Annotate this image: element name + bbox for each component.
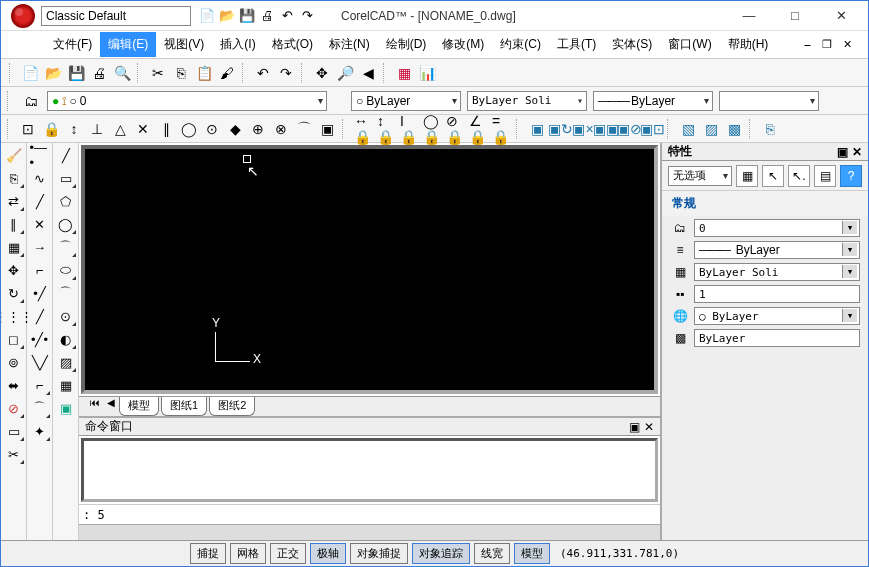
command-history[interactable] xyxy=(81,438,658,502)
circle2-icon[interactable]: ◯ xyxy=(56,214,76,234)
stretch-icon[interactable]: ⬌ xyxy=(4,375,24,395)
snap-center-icon[interactable]: ⊕ xyxy=(248,119,268,139)
zoom-icon[interactable]: 🔎 xyxy=(335,63,355,83)
status-otrack-button[interactable]: 对象追踪 xyxy=(412,543,470,564)
chamfer-icon[interactable]: ⌐ xyxy=(30,375,50,395)
status-snap-button[interactable]: 捕捉 xyxy=(190,543,226,564)
status-grid-button[interactable]: 网格 xyxy=(230,543,266,564)
pline-icon[interactable]: ⌐ xyxy=(30,260,50,280)
menu-help[interactable]: 帮助(H) xyxy=(720,32,777,57)
tab-prev-icon[interactable]: ◀ xyxy=(103,397,119,416)
snap-para-icon[interactable]: ∥ xyxy=(156,119,176,139)
properties-palette-icon[interactable]: ▦ xyxy=(394,63,414,83)
move2-icon[interactable]: ✥ xyxy=(4,260,24,280)
prop-style-value[interactable]: ByLayer Soli xyxy=(694,263,860,281)
open-icon[interactable]: 📂 xyxy=(219,8,235,24)
prop-linetype-value[interactable]: ——— ByLayer xyxy=(694,241,860,259)
hatch-icon[interactable]: ▨ xyxy=(56,352,76,372)
paste-icon[interactable]: 📋 xyxy=(194,63,214,83)
command-input[interactable]: : 5 xyxy=(79,504,660,524)
new-icon[interactable]: 📄 xyxy=(199,8,215,24)
tab-model[interactable]: 模型 xyxy=(119,397,159,416)
matchprops-icon[interactable]: 🖌 xyxy=(217,63,237,83)
dim-a-icon[interactable]: I🔒 xyxy=(399,119,419,139)
sel7-icon[interactable]: ▧ xyxy=(678,119,698,139)
rect-icon[interactable]: ▭ xyxy=(56,168,76,188)
prop-material-value[interactable]: ByLayer xyxy=(694,329,860,347)
status-osnap-button[interactable]: 对象捕捉 xyxy=(350,543,408,564)
xline-icon[interactable]: ✕ xyxy=(30,214,50,234)
design-center-icon[interactable]: 📊 xyxy=(417,63,437,83)
menu-format[interactable]: 格式(O) xyxy=(264,32,321,57)
line-icon[interactable]: ╱ xyxy=(56,145,76,165)
explode-icon[interactable]: ✦ xyxy=(30,421,50,441)
break-icon[interactable]: ✂ xyxy=(4,444,24,464)
offset-icon[interactable]: ∥ xyxy=(4,214,24,234)
join-icon[interactable]: ╲╱ xyxy=(30,352,50,372)
snap-perp-icon[interactable]: ⊥ xyxy=(87,119,107,139)
cut-icon[interactable]: ✂ xyxy=(148,63,168,83)
props-dock-icon[interactable]: ▣ xyxy=(837,145,848,159)
sel5-icon[interactable]: ▣⊘ xyxy=(619,119,639,139)
menu-modify[interactable]: 修改(M) xyxy=(434,32,492,57)
toggle-pal-icon[interactable]: ▤ xyxy=(814,165,836,187)
prop-layer-value[interactable]: 0 xyxy=(694,219,860,237)
props-close-icon[interactable]: ✕ xyxy=(852,145,862,159)
print-icon[interactable]: 🖨 xyxy=(259,8,275,24)
sel2-icon[interactable]: ▣↻ xyxy=(550,119,570,139)
dim-v-icon[interactable]: ↕🔒 xyxy=(376,119,396,139)
ray-icon[interactable]: → xyxy=(30,237,50,257)
region-icon[interactable]: ◐ xyxy=(56,329,76,349)
menu-dimension[interactable]: 标注(N) xyxy=(321,32,378,57)
zoom-prev-icon[interactable]: ◀ xyxy=(358,63,378,83)
quickselect-icon[interactable]: ▦ xyxy=(736,165,758,187)
menu-tools[interactable]: 工具(T) xyxy=(549,32,604,57)
pick-add-icon[interactable]: ↖ xyxy=(762,165,784,187)
redo-icon[interactable]: ↷ xyxy=(299,8,315,24)
undo2-icon[interactable]: ↶ xyxy=(253,63,273,83)
dim-r-icon[interactable]: ◯🔒 xyxy=(422,119,442,139)
menu-draw[interactable]: 绘制(D) xyxy=(378,32,435,57)
copy-icon[interactable]: ⎘ xyxy=(171,63,191,83)
rotate-icon[interactable]: ↻ xyxy=(4,283,24,303)
menu-constraint[interactable]: 约束(C) xyxy=(492,32,549,57)
close-button[interactable]: ✕ xyxy=(828,6,854,26)
preview-icon[interactable]: 🔍 xyxy=(112,63,132,83)
array-icon[interactable]: ▦ xyxy=(4,237,24,257)
lineweight-dropdown[interactable]: ——— ByLayer xyxy=(593,91,713,111)
gradient-icon[interactable]: ▦ xyxy=(56,375,76,395)
scale-icon[interactable]: ◻ xyxy=(4,329,24,349)
sel1-icon[interactable]: ▣ xyxy=(527,119,547,139)
menu-file[interactable]: 文件(F) xyxy=(45,32,100,57)
dim-eq-icon[interactable]: =🔒 xyxy=(491,119,511,139)
redo2-icon[interactable]: ↷ xyxy=(276,63,296,83)
save-doc-icon[interactable]: 💾 xyxy=(66,63,86,83)
mdi-close-button[interactable]: ✕ xyxy=(840,38,854,52)
donut-icon[interactable]: ⊙ xyxy=(56,306,76,326)
sel9-icon[interactable]: ▩ xyxy=(724,119,744,139)
sel8-icon[interactable]: ▨ xyxy=(701,119,721,139)
node-icon[interactable]: •—• xyxy=(30,145,50,165)
status-polar-button[interactable]: 极轴 xyxy=(310,543,346,564)
snap-ins-icon[interactable]: ▣ xyxy=(317,119,337,139)
save-icon[interactable]: 💾 xyxy=(239,8,255,24)
sel4-icon[interactable]: ▣▣ xyxy=(596,119,616,139)
snap-int-icon[interactable]: ✕ xyxy=(133,119,153,139)
layer-manager-icon[interactable]: 🗂 xyxy=(21,91,41,111)
spline-icon[interactable]: ∿ xyxy=(30,168,50,188)
dim-d-icon[interactable]: ⊘🔒 xyxy=(445,119,465,139)
minimize-button[interactable]: — xyxy=(736,6,762,26)
grid-icon[interactable]: ⋮⋮⋮ xyxy=(4,306,24,326)
status-lwt-button[interactable]: 线宽 xyxy=(474,543,510,564)
linetype-dropdown[interactable]: ByLayer Soli xyxy=(467,91,587,111)
fillet-icon[interactable]: ⌒ xyxy=(30,398,50,418)
layer-dropdown[interactable]: ● ⟟ ○ 0 xyxy=(47,91,327,111)
menu-edit[interactable]: 编辑(E) xyxy=(100,32,156,57)
measure-icon[interactable]: •╱• xyxy=(30,329,50,349)
prop-scale-value[interactable]: 1 xyxy=(694,285,860,303)
color-dropdown[interactable]: ○ ByLayer xyxy=(351,91,461,111)
line2-icon[interactable]: ╱ xyxy=(30,191,50,211)
pick-obj-icon[interactable]: ↖. xyxy=(788,165,810,187)
snap-quad-icon[interactable]: ◆ xyxy=(225,119,245,139)
sel3-icon[interactable]: ▣× xyxy=(573,119,593,139)
